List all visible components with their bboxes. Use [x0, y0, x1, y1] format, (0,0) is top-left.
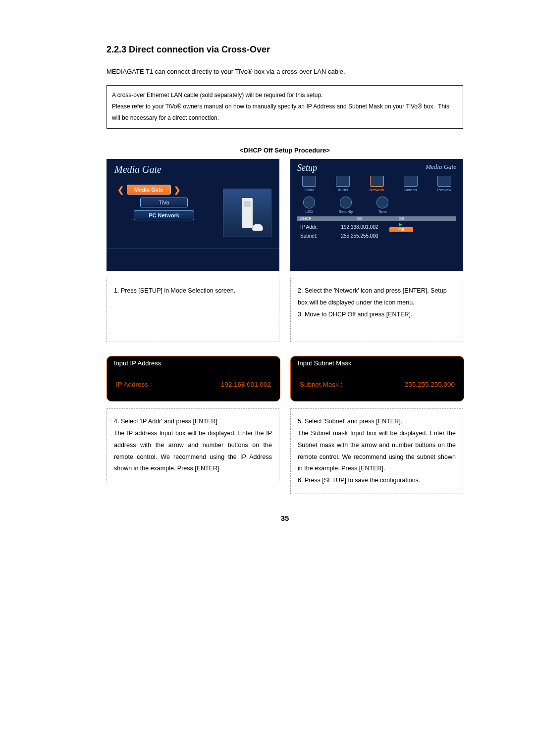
note-line1: A cross-over Ethernet LAN cable (sold se… — [112, 92, 323, 99]
setup-icon-preview: Preview — [432, 176, 456, 192]
screenshot-mode-selection: Media Gate ❮ Media Gate ❯ TiVo PC Networ… — [107, 159, 279, 271]
device-image — [223, 189, 271, 237]
input-ip-address-box: Input IP Address IP Address : 192.168.00… — [107, 356, 280, 402]
row-dhcp: DHCP: Off Off — [297, 216, 456, 221]
shot1-menu-tivo: TiVo — [114, 198, 214, 207]
shot2-brand: Media Gate — [426, 163, 456, 171]
note-box: A cross-over Ethernet LAN cable (sold se… — [107, 85, 463, 129]
setup-icon-network: Network — [365, 176, 389, 192]
note-line2a: Please refer to your TiVo® owners manual… — [112, 103, 435, 110]
intro-text: MEDIAGATE T1 can connect directly to you… — [107, 68, 463, 75]
network-settings-panel: DHCP: Off Off IP Addr: 192.168.001.002 ▶… — [297, 216, 456, 239]
screenshot-setup-network: Setup Media Gate TVout Audio Network Scr… — [290, 159, 463, 271]
subnet-value: 255.255.255.000 — [405, 381, 455, 388]
caption-2: 2. Select the 'Network' icon and press [… — [290, 278, 463, 342]
ipbox-label: IP Address : — [116, 381, 152, 388]
caption-1: 1. Press [SETUP] in Mode Selection scree… — [107, 278, 279, 342]
setup-icon-led: LED — [297, 197, 321, 214]
row-ipaddr: IP Addr: 192.168.001.002 ▶Off — [297, 221, 456, 233]
triangle-right-icon: ▶ — [399, 222, 402, 227]
setup-icon-screen: Screen — [399, 176, 423, 192]
input-subnet-mask-box: Input Subnet Mask Subnet Mask : 255.255.… — [290, 356, 464, 402]
procedure-subheading: <DHCP Off Setup Procedure> — [107, 147, 463, 154]
subnet-label: Subnet Mask : — [300, 381, 342, 388]
page-number: 35 — [107, 514, 463, 522]
setup-icon-audio: Audio — [331, 176, 355, 192]
shot2-title: Setup — [297, 163, 317, 173]
shot1-menu-mediagate: ❮ Media Gate ❯ — [114, 185, 214, 195]
setup-icon-time: Time — [371, 197, 394, 214]
shot1-menu-pcnetwork: PC Network — [114, 210, 214, 220]
setup-icon-security: Security — [334, 197, 358, 214]
setup-icon-tvout: TVout — [297, 176, 321, 192]
chevron-left-icon: ❮ — [117, 185, 124, 195]
subnet-title: Input Subnet Mask — [291, 356, 464, 370]
chevron-right-icon: ❯ — [174, 185, 180, 195]
shot1-title: Media Gate — [114, 164, 161, 175]
section-heading: 2.2.3 Direct connection via Cross-Over — [107, 45, 463, 55]
caption-5: 5. Select 'Subnet' and press [ENTER]. Th… — [290, 408, 463, 494]
ipbox-title: Input IP Address — [107, 356, 280, 370]
row-subnet: Subnet: 255.255.255.000 — [297, 233, 456, 239]
ipbox-value: 192.168.001.002 — [221, 381, 271, 388]
caption-4: 4. Select 'IP Addr' and press [ENTER] Th… — [107, 408, 279, 482]
